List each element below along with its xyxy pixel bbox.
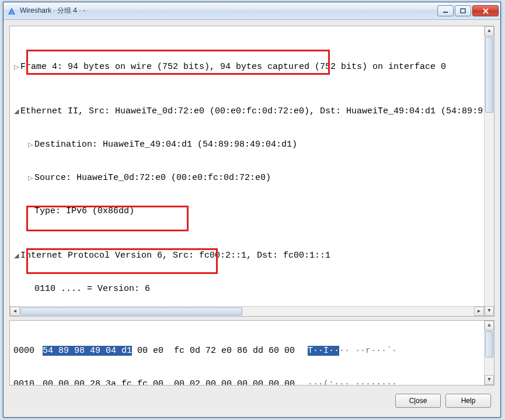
packet-details-pane[interactable]: ▷Frame 4: 94 bytes on wire (752 bits), 9… [9,26,494,317]
expander-icon[interactable]: ▷ [12,61,20,72]
scroll-thumb[interactable] [20,307,242,315]
expander-down-icon[interactable]: ◢ [12,106,20,117]
app-icon [7,6,16,16]
close-window-button[interactable] [472,5,499,16]
client-area: ▷Frame 4: 94 bytes on wire (752 bits), 9… [4,20,500,417]
tree-scrollbar-v[interactable]: ▲ ▼ [484,26,494,316]
maximize-button[interactable] [455,5,471,16]
packet-tree[interactable]: ▷Frame 4: 94 bytes on wire (752 bits), 9… [10,26,484,306]
scroll-down-icon[interactable]: ▼ [485,375,494,385]
scroll-thumb[interactable] [485,331,493,357]
expander-icon[interactable]: ▷ [26,139,34,150]
hex-row[interactable]: 001000 00 00 28 3a fc fc 00 00 02 00 00 … [13,379,484,386]
hex-content[interactable]: 000054 89 98 49 04 d1 00 e0 fc 0d 72 e0 … [10,321,484,385]
scroll-up-icon[interactable]: ▲ [485,26,494,36]
hex-row[interactable]: 000054 89 98 49 04 d1 00 e0 fc 0d 72 e0 … [13,345,484,356]
frame-summary[interactable]: ▷Frame 4: 94 bytes on wire (752 bits), 9… [12,61,484,72]
eth-summary[interactable]: ◢Ethernet II, Src: HuaweiTe_0d:72:e0 (00… [12,106,484,117]
eth-dst[interactable]: ▷Destination: HuaweiTe_49:04:d1 (54:89:9… [12,139,484,150]
ipv6-version[interactable]: 0110 .... = Version: 6 [12,283,484,294]
scroll-down-icon[interactable]: ▼ [485,306,494,316]
eth-type[interactable]: Type: IPv6 (0x86dd) [12,206,484,217]
help-button[interactable]: Help [445,394,491,408]
expander-icon[interactable]: ▷ [26,172,34,183]
svg-rect-3 [461,9,465,13]
ipv6-summary[interactable]: ◢Internet Protocol Version 6, Src: fc00:… [12,250,484,261]
scroll-thumb[interactable] [485,37,493,113]
hex-dump-pane[interactable]: 000054 89 98 49 04 d1 00 e0 fc 0d 72 e0 … [9,320,494,386]
app-window: Wireshark · 分组 4 · - ▷Frame 4: 94 bytes … [3,2,501,418]
eth-src[interactable]: ▷Source: HuaweiTe_0d:72:e0 (00:e0:fc:0d:… [12,172,484,183]
scroll-left-icon[interactable]: ◀ [10,307,20,316]
window-buttons [437,5,499,16]
hex-scrollbar-v[interactable]: ▲ ▼ [484,321,494,385]
scroll-right-icon[interactable]: ▶ [474,307,484,316]
scroll-up-icon[interactable]: ▲ [485,321,494,331]
expander-down-icon[interactable]: ◢ [12,250,20,261]
window-title: Wireshark · 分组 4 · - [20,6,437,16]
minimize-button[interactable] [437,5,454,16]
tree-scrollbar-h[interactable]: ◀ ▶ [10,306,484,316]
close-button[interactable]: Close [395,394,441,408]
titlebar[interactable]: Wireshark · 分组 4 · - [4,2,500,20]
dialog-button-row: Close Help [9,386,494,410]
